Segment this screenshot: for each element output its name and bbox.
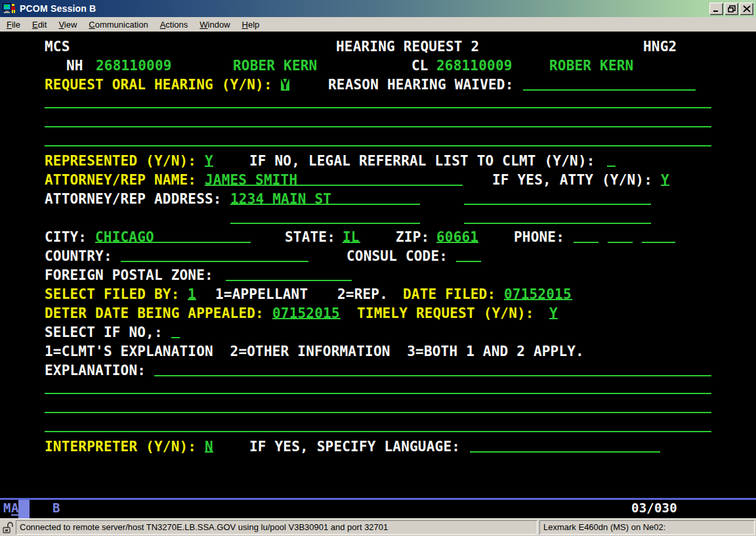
zip-field[interactable]: 60661: [436, 231, 478, 243]
system-id: MCS: [45, 41, 70, 53]
consul-code-field[interactable]: [456, 250, 481, 262]
attorney-name-label: ATTORNEY/REP NAME:: [45, 174, 196, 186]
minimize-button[interactable]: [709, 3, 723, 15]
hearing-waived-field[interactable]: [523, 79, 696, 91]
cl-name: ROBER KERN: [549, 60, 633, 72]
oia-ready-m: M: [3, 500, 11, 516]
city-field[interactable]: CHICAGO: [95, 231, 251, 243]
zip-label: ZIP:: [396, 231, 429, 243]
minimize-icon: [713, 6, 721, 12]
foreign-postal-label: FOREIGN POSTAL ZONE:: [45, 269, 213, 281]
menu-bar: File Edit View Communication Actions Win…: [0, 17, 756, 32]
country-field[interactable]: [121, 250, 308, 262]
menu-communication[interactable]: Communication: [83, 18, 154, 31]
close-button[interactable]: [740, 3, 753, 15]
status-bar: Connected to remote server/host TN3270E.…: [0, 518, 756, 536]
phone-field-prefix[interactable]: [608, 231, 633, 243]
phone-field-line[interactable]: [642, 231, 675, 243]
menu-window[interactable]: Window: [194, 18, 236, 31]
legal-referral-field[interactable]: [607, 155, 616, 167]
oral-hearing-field[interactable]: Y: [281, 79, 289, 91]
printer-status-text: Lexmark E460dn (MS) on Ne02:: [539, 520, 755, 535]
date-filed-label: DATE FILED:: [403, 288, 495, 300]
city-label: CITY:: [45, 231, 87, 243]
country-label: COUNTRY:: [45, 250, 112, 262]
cl-label: CL: [411, 60, 429, 72]
attorney-address-field-1[interactable]: 1234 MAIN ST: [230, 193, 420, 205]
filed-by-option-1: 1=APPELLANT: [215, 288, 308, 300]
menu-actions[interactable]: Actions: [154, 18, 194, 31]
filed-by-option-2: 2=REP.: [337, 288, 388, 300]
terminal-screen: MCS HEARING REQUEST 2 HNG2 NH 268110009 …: [0, 32, 756, 518]
window-title: PCOM Session B: [20, 3, 96, 14]
cl-ssn: 268110009: [436, 60, 513, 72]
oia-status-block: [18, 500, 30, 518]
menu-view[interactable]: View: [52, 18, 83, 31]
specify-language-label: IF YES, SPECIFY LANGUAGE:: [249, 441, 460, 453]
attorney-address-field-3[interactable]: [230, 212, 420, 224]
represented-field[interactable]: Y: [205, 155, 213, 167]
atty-flag-label: IF YES, ATTY (Y/N):: [492, 174, 652, 186]
oia-cursor-position: 03/030: [631, 500, 677, 516]
timely-request-label: TIMELY REQUEST (Y/N):: [357, 307, 534, 319]
menu-file[interactable]: File: [1, 18, 26, 31]
explanation-field[interactable]: [154, 365, 711, 376]
interpreter-field[interactable]: N: [205, 441, 213, 453]
filed-by-field[interactable]: 1: [188, 288, 196, 300]
title-bar: PCOM Session B: [0, 0, 756, 17]
phone-field-area[interactable]: [574, 231, 598, 243]
deter-date-field[interactable]: 07152015: [272, 307, 341, 319]
attorney-address-label: ATTORNEY/REP ADDRESS:: [45, 193, 222, 205]
interpreter-label: INTERPRETER (Y/N):: [45, 441, 196, 453]
close-icon: [743, 5, 751, 12]
oral-hearing-label: REQUEST ORAL HEARING (Y/N):: [45, 79, 272, 91]
filed-by-label: SELECT FILED BY:: [45, 288, 180, 300]
restore-icon: [728, 5, 736, 12]
connection-status-icon: [2, 522, 14, 534]
state-field[interactable]: IL: [343, 231, 360, 243]
explanation-line-4[interactable]: [45, 422, 711, 432]
oia-session-id: B: [52, 500, 60, 516]
date-filed-field[interactable]: 07152015: [504, 288, 572, 300]
connection-status-text: Connected to remote server/host TN3270E.…: [16, 520, 537, 535]
waived-continuation-line-2[interactable]: [45, 117, 711, 127]
select-if-no-label: SELECT IF NO,:: [45, 326, 163, 338]
explanation-line-2[interactable]: [45, 384, 711, 394]
menu-help[interactable]: Help: [236, 18, 266, 31]
explanation-label: EXPLANATION:: [45, 365, 146, 376]
specify-language-field[interactable]: [470, 441, 660, 453]
phone-label: PHONE:: [514, 231, 564, 243]
state-label: STATE:: [285, 231, 335, 243]
attorney-address-field-2[interactable]: [464, 193, 651, 205]
represented-label: REPRESENTED (Y/N):: [45, 155, 196, 167]
menu-edit[interactable]: Edit: [26, 18, 52, 31]
timely-request-field[interactable]: Y: [549, 307, 558, 319]
attorney-address-field-4[interactable]: [464, 212, 651, 224]
legal-referral-label: IF NO, LEGAL REFERRAL LIST TO CLMT (Y/N)…: [249, 155, 595, 167]
nh-label: NH: [66, 60, 83, 72]
hearing-waived-label: REASON HEARING WAIVED:: [328, 79, 514, 91]
explanation-options-line: 1=CLMT'S EXPLANATION 2=OTHER INFORMATION…: [45, 346, 584, 357]
explanation-line-3[interactable]: [45, 403, 711, 413]
restore-button[interactable]: [724, 3, 738, 15]
attorney-name-field[interactable]: JAMES SMITH: [205, 174, 463, 186]
nh-name: ROBER KERN: [233, 60, 317, 72]
foreign-postal-field[interactable]: [226, 269, 352, 281]
waived-continuation-line-1[interactable]: [45, 98, 711, 108]
deter-date-label: DETER DATE BEING APPEALED:: [45, 307, 264, 319]
oia-ready-a: A: [11, 500, 19, 516]
screen-title: HEARING REQUEST 2: [336, 41, 479, 53]
screen-code: HNG2: [643, 41, 677, 53]
consul-code-label: CONSUL CODE:: [346, 250, 448, 262]
select-if-no-field[interactable]: [171, 326, 180, 338]
nh-ssn: 268110009: [96, 60, 172, 72]
pcomm-app-icon: [3, 3, 16, 14]
atty-flag-field[interactable]: Y: [661, 174, 669, 186]
waived-continuation-line-3[interactable]: [45, 136, 711, 146]
